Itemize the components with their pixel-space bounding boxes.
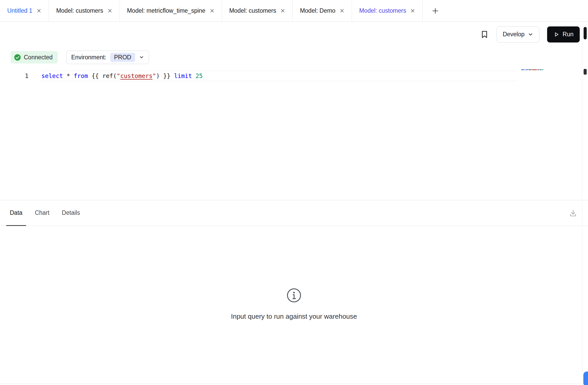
results-tab-data[interactable]: Data [6, 200, 26, 226]
connection-status-badge: Connected [11, 51, 58, 63]
close-icon[interactable] [107, 8, 112, 13]
download-button[interactable] [569, 209, 577, 217]
code-token [192, 73, 196, 79]
close-icon[interactable] [340, 8, 344, 13]
results-tab-details[interactable]: Details [58, 200, 84, 226]
code-line[interactable]: select * from {{ ref("customers") }} lim… [41, 71, 518, 81]
results-tab-chart[interactable]: Chart [31, 200, 53, 226]
minimap-segment [521, 69, 524, 70]
tab-untitled-1[interactable]: Untitled 1 [0, 0, 49, 22]
toolbar: Develop Run [0, 22, 588, 47]
code-token: " [117, 73, 120, 79]
tab-bar: Untitled 1 Model: customers Model: metri… [0, 0, 588, 22]
code-token: ) }} [156, 73, 174, 79]
status-bar: Connected Environment: PROD [0, 47, 588, 68]
check-circle-icon [14, 54, 21, 61]
environment-label: Environment: [71, 54, 106, 61]
close-icon[interactable] [410, 8, 415, 13]
download-icon [569, 209, 577, 217]
code-token: {{ ref( [88, 73, 117, 79]
tab-label: Model: customers [359, 7, 406, 14]
ref-customers-link[interactable]: customers [120, 73, 153, 79]
code-token: from [74, 73, 88, 79]
right-gutter-divider [582, 22, 582, 385]
help-button[interactable] [583, 372, 588, 385]
tab-label: Model: customers [229, 7, 276, 14]
bookmark-icon [480, 30, 489, 39]
develop-label: Develop [503, 31, 524, 38]
environment-selector[interactable]: Environment: PROD [66, 51, 149, 64]
new-tab-button[interactable] [429, 0, 441, 22]
line-number: 1 [0, 71, 28, 81]
tab-label: Model: metricflow_time_spine [127, 7, 205, 14]
play-icon [553, 31, 560, 38]
minimap-segment [528, 69, 532, 70]
page-scrollbar-handle[interactable] [584, 27, 587, 39]
plus-icon [432, 8, 439, 14]
run-label: Run [563, 31, 574, 38]
bottom-divider [0, 383, 588, 384]
editor-minimap [521, 69, 543, 70]
results-empty-state: Input query to run against your warehous… [0, 226, 588, 320]
tab-label: Model: Demo [300, 7, 335, 14]
tab-model-demo[interactable]: Model: Demo [293, 0, 352, 22]
run-button[interactable]: Run [547, 26, 580, 42]
code-editor[interactable]: 1 select * from {{ ref("customers") }} l… [0, 68, 588, 200]
tab-label: Untitled 1 [7, 7, 32, 14]
chevron-down-icon [528, 32, 533, 37]
minimap-segment [542, 69, 543, 70]
ide-window: Untitled 1 Model: customers Model: metri… [0, 0, 588, 385]
close-icon[interactable] [210, 8, 215, 13]
environment-badge: PROD [110, 53, 135, 62]
minimap-segment [525, 69, 525, 70]
develop-button[interactable]: Develop [497, 26, 539, 42]
editor-scrollbar-handle[interactable] [584, 69, 587, 75]
code-token: 25 [196, 73, 203, 79]
tab-model-customers-active[interactable]: Model: customers [352, 0, 423, 22]
results-tabs: Data Chart Details [0, 200, 588, 226]
code-token: * [63, 73, 74, 79]
minimap-segment [532, 69, 537, 70]
close-icon[interactable] [280, 8, 285, 13]
minimap-segment [539, 69, 542, 70]
tab-model-metricflow-time-spine[interactable]: Model: metricflow_time_spine [120, 0, 222, 22]
chevron-down-icon [139, 55, 144, 60]
results-panel: Data Chart Details Input query to run ag… [0, 200, 588, 385]
minimap-segment [526, 69, 528, 70]
empty-state-message: Input query to run against your warehous… [231, 312, 357, 320]
tab-model-customers[interactable]: Model: customers [49, 0, 120, 22]
info-icon [286, 288, 302, 303]
code-token: limit [174, 73, 192, 79]
tab-label: Model: customers [56, 7, 103, 14]
connection-status-label: Connected [24, 54, 53, 61]
code-token: " [152, 73, 156, 79]
code-token: select [41, 73, 63, 79]
minimap-segment [537, 69, 539, 70]
bookmark-button[interactable] [480, 30, 489, 39]
tab-model-customers[interactable]: Model: customers [222, 0, 293, 22]
close-icon[interactable] [36, 8, 41, 13]
